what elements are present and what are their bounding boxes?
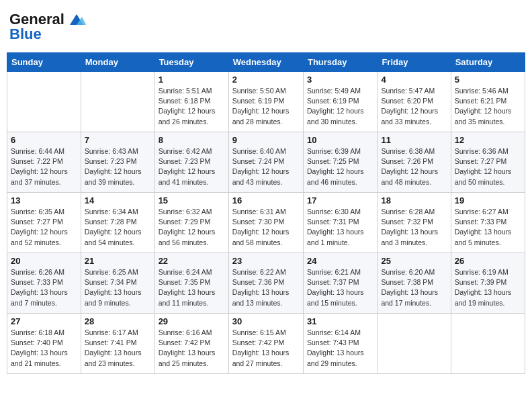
calendar-cell: 23Sunrise: 6:22 AM Sunset: 7:36 PM Dayli…: [228, 253, 303, 314]
calendar-cell: 16Sunrise: 6:31 AM Sunset: 7:30 PM Dayli…: [228, 193, 303, 253]
calendar-cell: 12Sunrise: 6:36 AM Sunset: 7:27 PM Dayli…: [451, 132, 525, 193]
calendar-cell: 27Sunrise: 6:18 AM Sunset: 7:40 PM Dayli…: [7, 314, 81, 374]
day-info: Sunrise: 6:39 AM Sunset: 7:25 PM Dayligh…: [307, 146, 373, 187]
calendar-cell: 9Sunrise: 6:40 AM Sunset: 7:24 PM Daylig…: [228, 132, 303, 193]
day-info: Sunrise: 6:25 AM Sunset: 7:34 PM Dayligh…: [85, 267, 151, 308]
calendar-cell: 29Sunrise: 6:16 AM Sunset: 7:42 PM Dayli…: [154, 314, 228, 374]
calendar-cell: 1Sunrise: 5:51 AM Sunset: 6:18 PM Daylig…: [154, 72, 228, 132]
day-number: 8: [159, 135, 225, 145]
calendar-week-row: 27Sunrise: 6:18 AM Sunset: 7:40 PM Dayli…: [7, 314, 525, 374]
day-info: Sunrise: 6:17 AM Sunset: 7:41 PM Dayligh…: [85, 328, 151, 369]
day-number: 19: [455, 195, 521, 205]
calendar-table: SundayMondayTuesdayWednesdayThursdayFrid…: [7, 52, 525, 374]
calendar-cell: 25Sunrise: 6:20 AM Sunset: 7:38 PM Dayli…: [378, 253, 451, 314]
calendar-cell: 22Sunrise: 6:24 AM Sunset: 7:35 PM Dayli…: [154, 253, 228, 314]
day-number: 28: [85, 316, 151, 326]
day-info: Sunrise: 6:44 AM Sunset: 7:22 PM Dayligh…: [11, 146, 77, 187]
day-number: 31: [307, 316, 373, 326]
day-info: Sunrise: 6:30 AM Sunset: 7:31 PM Dayligh…: [307, 207, 373, 248]
day-info: Sunrise: 6:15 AM Sunset: 7:42 PM Dayligh…: [232, 328, 300, 369]
day-info: Sunrise: 6:20 AM Sunset: 7:38 PM Dayligh…: [381, 267, 447, 308]
calendar-cell: 15Sunrise: 6:32 AM Sunset: 7:29 PM Dayli…: [154, 193, 228, 253]
day-info: Sunrise: 6:42 AM Sunset: 7:23 PM Dayligh…: [159, 146, 225, 187]
calendar-cell: 14Sunrise: 6:34 AM Sunset: 7:28 PM Dayli…: [81, 193, 154, 253]
day-info: Sunrise: 6:26 AM Sunset: 7:33 PM Dayligh…: [11, 267, 77, 308]
day-info: Sunrise: 6:40 AM Sunset: 7:24 PM Dayligh…: [232, 146, 300, 187]
calendar-week-row: 20Sunrise: 6:26 AM Sunset: 7:33 PM Dayli…: [7, 253, 525, 314]
day-number: 14: [85, 195, 151, 205]
day-info: Sunrise: 5:51 AM Sunset: 6:18 PM Dayligh…: [159, 86, 225, 127]
day-info: Sunrise: 5:47 AM Sunset: 6:20 PM Dayligh…: [381, 86, 447, 127]
calendar-cell: 20Sunrise: 6:26 AM Sunset: 7:33 PM Dayli…: [7, 253, 81, 314]
day-of-week-header: Saturday: [451, 53, 525, 72]
day-info: Sunrise: 5:46 AM Sunset: 6:21 PM Dayligh…: [455, 86, 521, 127]
day-info: Sunrise: 6:16 AM Sunset: 7:42 PM Dayligh…: [159, 328, 225, 369]
day-info: Sunrise: 5:50 AM Sunset: 6:19 PM Dayligh…: [232, 86, 300, 127]
day-number: 4: [381, 75, 447, 85]
day-number: 7: [85, 135, 151, 145]
day-number: 18: [381, 195, 447, 205]
day-number: 21: [85, 256, 151, 266]
day-number: 2: [232, 75, 300, 85]
day-of-week-header: Wednesday: [228, 53, 303, 72]
calendar-cell: 8Sunrise: 6:42 AM Sunset: 7:23 PM Daylig…: [154, 132, 228, 193]
calendar-cell: 13Sunrise: 6:35 AM Sunset: 7:27 PM Dayli…: [7, 193, 81, 253]
day-info: Sunrise: 6:28 AM Sunset: 7:32 PM Dayligh…: [381, 207, 447, 248]
day-number: 13: [11, 195, 77, 205]
logo-blue-text: Blue: [9, 26, 42, 43]
day-info: Sunrise: 6:27 AM Sunset: 7:33 PM Dayligh…: [455, 207, 521, 248]
day-of-week-header: Thursday: [303, 53, 377, 72]
day-number: 15: [159, 195, 225, 205]
day-number: 10: [307, 135, 373, 145]
calendar-cell: 28Sunrise: 6:17 AM Sunset: 7:41 PM Dayli…: [81, 314, 154, 374]
day-number: 30: [232, 316, 300, 326]
calendar-cell: 10Sunrise: 6:39 AM Sunset: 7:25 PM Dayli…: [303, 132, 377, 193]
day-number: 6: [11, 135, 77, 145]
day-number: 20: [11, 256, 77, 266]
calendar-cell: 21Sunrise: 6:25 AM Sunset: 7:34 PM Dayli…: [81, 253, 154, 314]
calendar-week-row: 6Sunrise: 6:44 AM Sunset: 7:22 PM Daylig…: [7, 132, 525, 193]
calendar-cell: 18Sunrise: 6:28 AM Sunset: 7:32 PM Dayli…: [378, 193, 451, 253]
calendar-cell: [81, 72, 154, 132]
calendar-cell: 4Sunrise: 5:47 AM Sunset: 6:20 PM Daylig…: [378, 72, 451, 132]
day-number: 3: [307, 75, 373, 85]
day-number: 5: [455, 75, 521, 85]
calendar-week-row: 13Sunrise: 6:35 AM Sunset: 7:27 PM Dayli…: [7, 193, 525, 253]
calendar-cell: 7Sunrise: 6:43 AM Sunset: 7:23 PM Daylig…: [81, 132, 154, 193]
day-info: Sunrise: 6:32 AM Sunset: 7:29 PM Dayligh…: [159, 207, 225, 248]
day-number: 27: [11, 316, 77, 326]
calendar-week-row: 1Sunrise: 5:51 AM Sunset: 6:18 PM Daylig…: [7, 72, 525, 132]
day-info: Sunrise: 6:19 AM Sunset: 7:39 PM Dayligh…: [455, 267, 521, 308]
logo: General Blue: [9, 11, 86, 43]
day-number: 17: [307, 195, 373, 205]
day-number: 11: [381, 135, 447, 145]
day-of-week-header: Sunday: [7, 53, 81, 72]
day-info: Sunrise: 6:24 AM Sunset: 7:35 PM Dayligh…: [159, 267, 225, 308]
day-number: 12: [455, 135, 521, 145]
logo-icon: [67, 13, 86, 26]
calendar-cell: [378, 314, 451, 374]
day-info: Sunrise: 6:31 AM Sunset: 7:30 PM Dayligh…: [232, 207, 300, 248]
calendar-cell: 6Sunrise: 6:44 AM Sunset: 7:22 PM Daylig…: [7, 132, 81, 193]
day-info: Sunrise: 6:38 AM Sunset: 7:26 PM Dayligh…: [381, 146, 447, 187]
day-info: Sunrise: 6:14 AM Sunset: 7:43 PM Dayligh…: [307, 328, 373, 369]
day-number: 26: [455, 256, 521, 266]
day-number: 22: [159, 256, 225, 266]
calendar-cell: 3Sunrise: 5:49 AM Sunset: 6:19 PM Daylig…: [303, 72, 377, 132]
day-of-week-header: Monday: [81, 53, 154, 72]
day-info: Sunrise: 6:21 AM Sunset: 7:37 PM Dayligh…: [307, 267, 373, 308]
day-info: Sunrise: 6:34 AM Sunset: 7:28 PM Dayligh…: [85, 207, 151, 248]
calendar-cell: [451, 314, 525, 374]
calendar-cell: 26Sunrise: 6:19 AM Sunset: 7:39 PM Dayli…: [451, 253, 525, 314]
day-number: 29: [159, 316, 225, 326]
day-info: Sunrise: 5:49 AM Sunset: 6:19 PM Dayligh…: [307, 86, 373, 127]
calendar-cell: [7, 72, 81, 132]
day-number: 9: [232, 135, 300, 145]
day-info: Sunrise: 6:22 AM Sunset: 7:36 PM Dayligh…: [232, 267, 300, 308]
calendar-cell: 19Sunrise: 6:27 AM Sunset: 7:33 PM Dayli…: [451, 193, 525, 253]
day-number: 23: [232, 256, 300, 266]
day-number: 25: [381, 256, 447, 266]
day-of-week-header: Friday: [378, 53, 451, 72]
day-info: Sunrise: 6:35 AM Sunset: 7:27 PM Dayligh…: [11, 207, 77, 248]
day-number: 16: [232, 195, 300, 205]
